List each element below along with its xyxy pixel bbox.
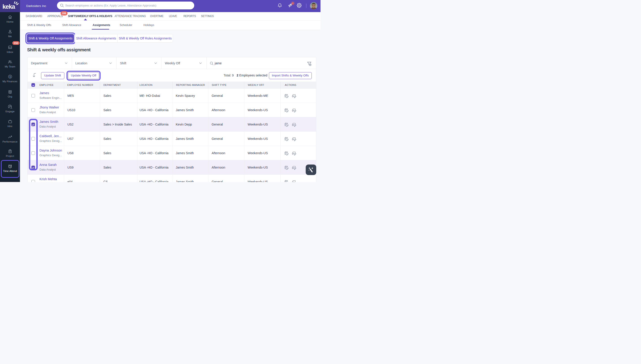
svg-text:keka: keka (3, 3, 15, 10)
svg-text:$: $ (9, 75, 11, 78)
